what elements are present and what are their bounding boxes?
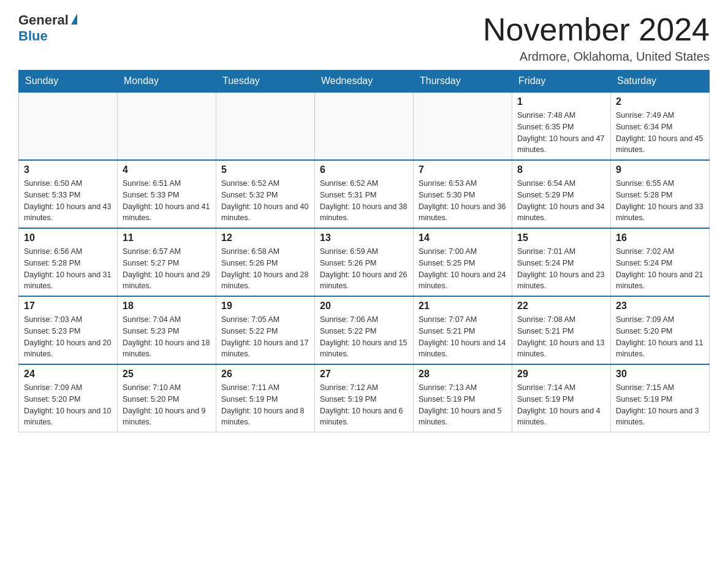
day-number: 7 <box>419 164 507 175</box>
page-header: General Blue November 2024 Ardmore, Okla… <box>18 12 710 64</box>
day-info: Sunrise: 6:50 AMSunset: 5:33 PMDaylight:… <box>24 178 112 224</box>
calendar-cell: 20Sunrise: 7:06 AMSunset: 5:22 PMDayligh… <box>315 296 414 364</box>
day-header-thursday: Thursday <box>414 71 512 93</box>
day-info: Sunrise: 7:10 AMSunset: 5:20 PMDaylight:… <box>123 382 211 428</box>
day-info: Sunrise: 6:51 AMSunset: 5:33 PMDaylight:… <box>123 178 211 224</box>
day-number: 17 <box>24 301 112 312</box>
day-number: 8 <box>517 164 605 175</box>
calendar-cell <box>216 92 315 160</box>
day-number: 11 <box>123 232 211 243</box>
day-header-wednesday: Wednesday <box>315 71 414 93</box>
calendar-cell: 3Sunrise: 6:50 AMSunset: 5:33 PMDaylight… <box>19 160 118 228</box>
logo-triangle-icon <box>71 13 77 25</box>
day-info: Sunrise: 7:08 AMSunset: 5:21 PMDaylight:… <box>517 314 605 360</box>
day-header-friday: Friday <box>512 71 611 93</box>
day-info: Sunrise: 7:15 AMSunset: 5:19 PMDaylight:… <box>616 382 704 428</box>
day-info: Sunrise: 7:04 AMSunset: 5:23 PMDaylight:… <box>123 314 211 360</box>
day-number: 27 <box>320 369 408 380</box>
calendar-cell: 16Sunrise: 7:02 AMSunset: 5:24 PMDayligh… <box>611 228 710 296</box>
calendar-cell <box>315 92 414 160</box>
calendar-cell: 9Sunrise: 6:55 AMSunset: 5:28 PMDaylight… <box>611 160 710 228</box>
day-number: 4 <box>123 164 211 175</box>
calendar-cell: 25Sunrise: 7:10 AMSunset: 5:20 PMDayligh… <box>118 364 216 432</box>
calendar-cell: 2Sunrise: 7:49 AMSunset: 6:34 PMDaylight… <box>611 92 710 160</box>
calendar-cell: 10Sunrise: 6:56 AMSunset: 5:28 PMDayligh… <box>19 228 118 296</box>
calendar-cell: 7Sunrise: 6:53 AMSunset: 5:30 PMDaylight… <box>414 160 512 228</box>
day-info: Sunrise: 6:52 AMSunset: 5:31 PMDaylight:… <box>320 178 408 224</box>
week-row-5: 24Sunrise: 7:09 AMSunset: 5:20 PMDayligh… <box>19 364 710 432</box>
calendar-cell: 24Sunrise: 7:09 AMSunset: 5:20 PMDayligh… <box>19 364 118 432</box>
day-info: Sunrise: 6:56 AMSunset: 5:28 PMDaylight:… <box>24 246 112 292</box>
day-number: 20 <box>320 301 408 312</box>
day-info: Sunrise: 7:09 AMSunset: 5:20 PMDaylight:… <box>616 314 704 360</box>
calendar-cell: 18Sunrise: 7:04 AMSunset: 5:23 PMDayligh… <box>118 296 216 364</box>
day-number: 2 <box>616 96 704 107</box>
day-number: 22 <box>517 301 605 312</box>
day-number: 15 <box>517 232 605 243</box>
calendar-cell: 23Sunrise: 7:09 AMSunset: 5:20 PMDayligh… <box>611 296 710 364</box>
day-info: Sunrise: 7:12 AMSunset: 5:19 PMDaylight:… <box>320 382 408 428</box>
calendar-cell: 14Sunrise: 7:00 AMSunset: 5:25 PMDayligh… <box>414 228 512 296</box>
week-row-3: 10Sunrise: 6:56 AMSunset: 5:28 PMDayligh… <box>19 228 710 296</box>
location-label: Ardmore, Oklahoma, United States <box>483 50 710 64</box>
day-info: Sunrise: 7:06 AMSunset: 5:22 PMDaylight:… <box>320 314 408 360</box>
day-info: Sunrise: 7:02 AMSunset: 5:24 PMDaylight:… <box>616 246 704 292</box>
day-header-sunday: Sunday <box>19 71 118 93</box>
logo-blue-text: Blue <box>18 28 48 44</box>
logo: General Blue <box>18 12 77 44</box>
day-header-tuesday: Tuesday <box>216 71 315 93</box>
day-number: 26 <box>221 369 309 380</box>
day-info: Sunrise: 7:13 AMSunset: 5:19 PMDaylight:… <box>419 382 507 428</box>
calendar-cell: 12Sunrise: 6:58 AMSunset: 5:26 PMDayligh… <box>216 228 315 296</box>
calendar-cell: 5Sunrise: 6:52 AMSunset: 5:32 PMDaylight… <box>216 160 315 228</box>
logo-general-text: General <box>18 12 77 28</box>
day-info: Sunrise: 7:00 AMSunset: 5:25 PMDaylight:… <box>419 246 507 292</box>
day-info: Sunrise: 6:54 AMSunset: 5:29 PMDaylight:… <box>517 178 605 224</box>
day-info: Sunrise: 7:07 AMSunset: 5:21 PMDaylight:… <box>419 314 507 360</box>
day-number: 10 <box>24 232 112 243</box>
day-number: 3 <box>24 164 112 175</box>
day-number: 14 <box>419 232 507 243</box>
calendar-cell: 15Sunrise: 7:01 AMSunset: 5:24 PMDayligh… <box>512 228 611 296</box>
week-row-4: 17Sunrise: 7:03 AMSunset: 5:23 PMDayligh… <box>19 296 710 364</box>
calendar-cell: 1Sunrise: 7:48 AMSunset: 6:35 PMDaylight… <box>512 92 611 160</box>
calendar-cell: 21Sunrise: 7:07 AMSunset: 5:21 PMDayligh… <box>414 296 512 364</box>
day-info: Sunrise: 7:48 AMSunset: 6:35 PMDaylight:… <box>517 110 605 156</box>
day-number: 1 <box>517 96 605 107</box>
calendar-cell <box>118 92 216 160</box>
day-info: Sunrise: 6:58 AMSunset: 5:26 PMDaylight:… <box>221 246 309 292</box>
day-info: Sunrise: 6:55 AMSunset: 5:28 PMDaylight:… <box>616 178 704 224</box>
calendar-cell: 4Sunrise: 6:51 AMSunset: 5:33 PMDaylight… <box>118 160 216 228</box>
day-number: 21 <box>419 301 507 312</box>
day-number: 30 <box>616 369 704 380</box>
calendar-cell: 19Sunrise: 7:05 AMSunset: 5:22 PMDayligh… <box>216 296 315 364</box>
calendar-header-row: SundayMondayTuesdayWednesdayThursdayFrid… <box>19 71 710 93</box>
calendar-cell <box>19 92 118 160</box>
day-number: 28 <box>419 369 507 380</box>
calendar-cell: 22Sunrise: 7:08 AMSunset: 5:21 PMDayligh… <box>512 296 611 364</box>
day-number: 25 <box>123 369 211 380</box>
week-row-1: 1Sunrise: 7:48 AMSunset: 6:35 PMDaylight… <box>19 92 710 160</box>
day-info: Sunrise: 6:53 AMSunset: 5:30 PMDaylight:… <box>419 178 507 224</box>
calendar-cell: 27Sunrise: 7:12 AMSunset: 5:19 PMDayligh… <box>315 364 414 432</box>
day-number: 9 <box>616 164 704 175</box>
day-number: 5 <box>221 164 309 175</box>
day-header-saturday: Saturday <box>611 71 710 93</box>
calendar-cell: 8Sunrise: 6:54 AMSunset: 5:29 PMDaylight… <box>512 160 611 228</box>
calendar-cell: 17Sunrise: 7:03 AMSunset: 5:23 PMDayligh… <box>19 296 118 364</box>
day-info: Sunrise: 7:49 AMSunset: 6:34 PMDaylight:… <box>616 110 704 156</box>
day-number: 24 <box>24 369 112 380</box>
calendar-cell: 11Sunrise: 6:57 AMSunset: 5:27 PMDayligh… <box>118 228 216 296</box>
calendar-cell: 26Sunrise: 7:11 AMSunset: 5:19 PMDayligh… <box>216 364 315 432</box>
day-number: 23 <box>616 301 704 312</box>
day-info: Sunrise: 7:09 AMSunset: 5:20 PMDaylight:… <box>24 382 112 428</box>
calendar-cell <box>414 92 512 160</box>
day-number: 29 <box>517 369 605 380</box>
calendar-cell: 6Sunrise: 6:52 AMSunset: 5:31 PMDaylight… <box>315 160 414 228</box>
day-info: Sunrise: 7:05 AMSunset: 5:22 PMDaylight:… <box>221 314 309 360</box>
month-title: November 2024 <box>483 12 710 47</box>
week-row-2: 3Sunrise: 6:50 AMSunset: 5:33 PMDaylight… <box>19 160 710 228</box>
day-info: Sunrise: 6:59 AMSunset: 5:26 PMDaylight:… <box>320 246 408 292</box>
calendar-cell: 29Sunrise: 7:14 AMSunset: 5:19 PMDayligh… <box>512 364 611 432</box>
day-number: 12 <box>221 232 309 243</box>
